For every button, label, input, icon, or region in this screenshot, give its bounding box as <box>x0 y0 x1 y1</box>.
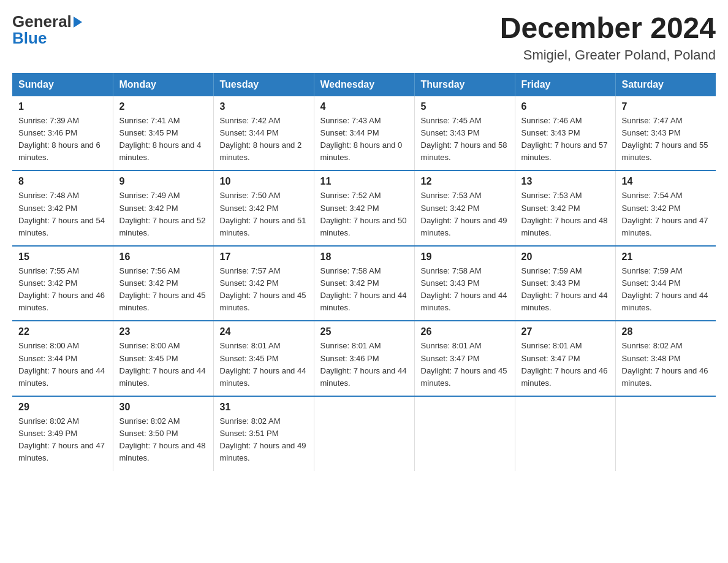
day-info: Sunrise: 7:42 AMSunset: 3:44 PMDaylight:… <box>220 115 308 164</box>
day-info: Sunrise: 7:41 AMSunset: 3:45 PMDaylight:… <box>119 115 207 164</box>
calendar-week-row: 22 Sunrise: 8:00 AMSunset: 3:44 PMDaylig… <box>12 321 716 396</box>
calendar-cell: 9 Sunrise: 7:49 AMSunset: 3:42 PMDayligh… <box>113 170 213 246</box>
calendar-cell <box>414 396 515 471</box>
calendar-cell: 16 Sunrise: 7:56 AMSunset: 3:42 PMDaylig… <box>113 246 213 321</box>
day-number: 6 <box>521 101 609 112</box>
calendar-week-row: 29 Sunrise: 8:02 AMSunset: 3:49 PMDaylig… <box>12 396 716 471</box>
calendar-cell: 22 Sunrise: 8:00 AMSunset: 3:44 PMDaylig… <box>12 321 113 396</box>
calendar-cell: 5 Sunrise: 7:45 AMSunset: 3:43 PMDayligh… <box>414 96 515 171</box>
day-info: Sunrise: 8:02 AMSunset: 3:48 PMDaylight:… <box>622 340 710 389</box>
calendar-cell: 20 Sunrise: 7:59 AMSunset: 3:43 PMDaylig… <box>515 246 615 321</box>
calendar-cell: 11 Sunrise: 7:52 AMSunset: 3:42 PMDaylig… <box>314 170 414 246</box>
calendar-cell: 10 Sunrise: 7:50 AMSunset: 3:42 PMDaylig… <box>213 170 314 246</box>
logo-blue: Blue <box>12 29 47 48</box>
calendar-cell: 15 Sunrise: 7:55 AMSunset: 3:42 PMDaylig… <box>12 246 113 321</box>
day-number: 24 <box>220 326 308 337</box>
day-number: 19 <box>421 251 509 262</box>
calendar-title: December 2024 <box>500 12 716 45</box>
calendar-cell: 26 Sunrise: 8:01 AMSunset: 3:47 PMDaylig… <box>414 321 515 396</box>
calendar-cell: 28 Sunrise: 8:02 AMSunset: 3:48 PMDaylig… <box>615 321 716 396</box>
day-info: Sunrise: 7:57 AMSunset: 3:42 PMDaylight:… <box>220 265 308 315</box>
calendar-cell: 27 Sunrise: 8:01 AMSunset: 3:47 PMDaylig… <box>515 321 615 396</box>
calendar-cell: 24 Sunrise: 8:01 AMSunset: 3:45 PMDaylig… <box>213 321 314 396</box>
day-number: 8 <box>18 176 107 187</box>
day-info: Sunrise: 7:45 AMSunset: 3:43 PMDaylight:… <box>421 115 509 164</box>
logo-arrow-icon <box>74 17 82 28</box>
calendar-cell: 21 Sunrise: 7:59 AMSunset: 3:44 PMDaylig… <box>615 246 716 321</box>
day-number: 21 <box>622 251 710 262</box>
day-info: Sunrise: 7:43 AMSunset: 3:44 PMDaylight:… <box>320 115 408 164</box>
calendar-subtitle: Smigiel, Greater Poland, Poland <box>500 47 716 63</box>
calendar-cell: 19 Sunrise: 7:58 AMSunset: 3:43 PMDaylig… <box>414 246 515 321</box>
day-number: 10 <box>220 176 308 187</box>
header-wednesday: Wednesday <box>314 73 414 96</box>
day-number: 3 <box>220 101 308 112</box>
header-tuesday: Tuesday <box>213 73 314 96</box>
calendar-cell: 3 Sunrise: 7:42 AMSunset: 3:44 PMDayligh… <box>213 96 314 171</box>
day-info: Sunrise: 7:53 AMSunset: 3:42 PMDaylight:… <box>421 190 509 239</box>
calendar-cell: 7 Sunrise: 7:47 AMSunset: 3:43 PMDayligh… <box>615 96 716 171</box>
calendar-cell: 30 Sunrise: 8:02 AMSunset: 3:50 PMDaylig… <box>113 396 213 471</box>
day-info: Sunrise: 8:02 AMSunset: 3:50 PMDaylight:… <box>119 415 207 465</box>
day-info: Sunrise: 7:50 AMSunset: 3:42 PMDaylight:… <box>220 190 308 239</box>
calendar-cell: 29 Sunrise: 8:02 AMSunset: 3:49 PMDaylig… <box>12 396 113 471</box>
day-number: 11 <box>320 176 408 187</box>
calendar-cell: 23 Sunrise: 8:00 AMSunset: 3:45 PMDaylig… <box>113 321 213 396</box>
day-number: 13 <box>521 176 609 187</box>
day-number: 18 <box>320 251 408 262</box>
calendar-cell: 17 Sunrise: 7:57 AMSunset: 3:42 PMDaylig… <box>213 246 314 321</box>
day-number: 31 <box>220 402 308 413</box>
day-number: 5 <box>421 101 509 112</box>
calendar-cell: 18 Sunrise: 7:58 AMSunset: 3:42 PMDaylig… <box>314 246 414 321</box>
day-info: Sunrise: 7:39 AMSunset: 3:46 PMDaylight:… <box>18 115 107 164</box>
calendar-cell: 13 Sunrise: 7:53 AMSunset: 3:42 PMDaylig… <box>515 170 615 246</box>
day-info: Sunrise: 8:01 AMSunset: 3:45 PMDaylight:… <box>220 340 308 389</box>
calendar-cell: 4 Sunrise: 7:43 AMSunset: 3:44 PMDayligh… <box>314 96 414 171</box>
day-number: 23 <box>119 326 207 337</box>
calendar-cell: 8 Sunrise: 7:48 AMSunset: 3:42 PMDayligh… <box>12 170 113 246</box>
header-monday: Monday <box>113 73 213 96</box>
day-number: 16 <box>119 251 207 262</box>
day-info: Sunrise: 8:02 AMSunset: 3:51 PMDaylight:… <box>220 415 308 465</box>
day-info: Sunrise: 8:01 AMSunset: 3:46 PMDaylight:… <box>320 340 408 389</box>
calendar-cell: 2 Sunrise: 7:41 AMSunset: 3:45 PMDayligh… <box>113 96 213 171</box>
day-info: Sunrise: 7:49 AMSunset: 3:42 PMDaylight:… <box>119 190 207 239</box>
day-info: Sunrise: 7:52 AMSunset: 3:42 PMDaylight:… <box>320 190 408 239</box>
day-info: Sunrise: 7:48 AMSunset: 3:42 PMDaylight:… <box>18 190 107 239</box>
day-info: Sunrise: 8:02 AMSunset: 3:49 PMDaylight:… <box>18 415 107 465</box>
title-block: December 2024 Smigiel, Greater Poland, P… <box>500 12 716 63</box>
calendar-cell <box>314 396 414 471</box>
calendar-cell <box>615 396 716 471</box>
day-info: Sunrise: 8:00 AMSunset: 3:44 PMDaylight:… <box>18 340 107 389</box>
day-info: Sunrise: 7:56 AMSunset: 3:42 PMDaylight:… <box>119 265 207 315</box>
day-number: 29 <box>18 402 107 413</box>
day-info: Sunrise: 7:58 AMSunset: 3:43 PMDaylight:… <box>421 265 509 315</box>
header-friday: Friday <box>515 73 615 96</box>
day-number: 26 <box>421 326 509 337</box>
logo: General Blue <box>12 12 82 48</box>
header-thursday: Thursday <box>414 73 515 96</box>
day-number: 25 <box>320 326 408 337</box>
day-info: Sunrise: 8:00 AMSunset: 3:45 PMDaylight:… <box>119 340 207 389</box>
day-info: Sunrise: 8:01 AMSunset: 3:47 PMDaylight:… <box>521 340 609 389</box>
calendar-cell: 25 Sunrise: 8:01 AMSunset: 3:46 PMDaylig… <box>314 321 414 396</box>
page-header: General Blue December 2024 Smigiel, Grea… <box>12 12 716 63</box>
day-number: 17 <box>220 251 308 262</box>
day-info: Sunrise: 7:53 AMSunset: 3:42 PMDaylight:… <box>521 190 609 239</box>
day-number: 12 <box>421 176 509 187</box>
day-number: 14 <box>622 176 710 187</box>
day-number: 9 <box>119 176 207 187</box>
day-info: Sunrise: 7:55 AMSunset: 3:42 PMDaylight:… <box>18 265 107 315</box>
day-info: Sunrise: 7:46 AMSunset: 3:43 PMDaylight:… <box>521 115 609 164</box>
day-number: 30 <box>119 402 207 413</box>
day-number: 7 <box>622 101 710 112</box>
calendar-cell <box>515 396 615 471</box>
day-number: 22 <box>18 326 107 337</box>
day-number: 27 <box>521 326 609 337</box>
calendar-table: SundayMondayTuesdayWednesdayThursdayFrid… <box>12 73 716 471</box>
calendar-week-row: 8 Sunrise: 7:48 AMSunset: 3:42 PMDayligh… <box>12 170 716 246</box>
calendar-cell: 14 Sunrise: 7:54 AMSunset: 3:42 PMDaylig… <box>615 170 716 246</box>
day-number: 28 <box>622 326 710 337</box>
day-info: Sunrise: 7:59 AMSunset: 3:44 PMDaylight:… <box>622 265 710 315</box>
day-info: Sunrise: 8:01 AMSunset: 3:47 PMDaylight:… <box>421 340 509 389</box>
